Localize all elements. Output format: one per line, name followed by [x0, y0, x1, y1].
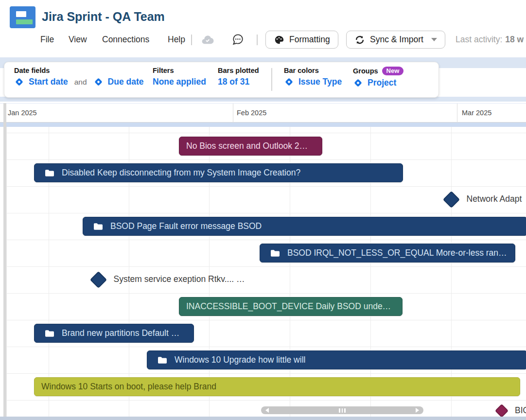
due-date-link[interactable]: Due date	[108, 77, 144, 87]
date-fields-label: Date fields	[14, 67, 144, 74]
task-bar[interactable]: Windows 10 Starts on boot, please help B…	[34, 377, 520, 396]
task-bar[interactable]: BSOD Page Fault error message BSOD	[83, 217, 526, 236]
task-bar[interactable]: INACCESSIBLE_BOOT_DEVICE Daily BSOD unde…	[179, 297, 403, 316]
groups-value[interactable]: Project	[353, 78, 403, 88]
task-bar-label: Windows 10 Starts on boot, please help B…	[41, 382, 216, 392]
task-bar[interactable]: Disabled Keep disconnecting from my Syst…	[34, 163, 403, 182]
task-bar[interactable]: No Bios screen and Outlook 2…	[179, 137, 322, 156]
grid-hline	[6, 373, 526, 374]
milestone-label: Network Adapt	[467, 194, 522, 204]
scroll-grip-icon[interactable]	[339, 408, 346, 413]
filters-value[interactable]: None applied	[153, 77, 206, 87]
milestone-label: BIO	[515, 405, 526, 416]
field-bars-plotted: Bars plotted 18 of 31	[218, 67, 259, 87]
bottom-edge-strip	[0, 417, 526, 420]
task-bar-label: BSOD IRQL_NOT_LESS_OR_EQUAL More-or-less…	[287, 248, 507, 258]
issue-type-link[interactable]: Issue Type	[298, 77, 342, 87]
grid-hline	[6, 320, 526, 320]
grid-hline	[6, 186, 526, 187]
grid-hline	[6, 159, 526, 160]
settings-divider	[271, 68, 272, 91]
field-diamond-icon	[14, 77, 24, 87]
scroll-left-arrow-icon[interactable]	[265, 408, 269, 413]
field-bar-colors: Bar colors Issue Type	[284, 67, 342, 87]
horizontal-scrollbar[interactable]	[261, 406, 423, 414]
folder-icon	[44, 329, 55, 338]
folder-icon	[44, 169, 55, 177]
project-link[interactable]: Project	[368, 78, 396, 88]
task-bar-label: INACCESSIBLE_BOOT_DEVICE Daily BSOD unde…	[186, 301, 391, 312]
grid-hline	[6, 266, 526, 267]
task-bar-label: Brand new partitions Default …	[62, 328, 179, 338]
filters-label: Filters	[153, 67, 206, 74]
groups-label: Groups	[353, 67, 378, 75]
task-bar-label: No Bios screen and Outlook 2…	[186, 141, 308, 151]
bar-colors-label: Bar colors	[284, 67, 342, 74]
grid-hline	[6, 347, 526, 347]
milestone-label: System service exeption Rtkv.... …	[114, 274, 245, 284]
app-window: Jira Sprint - QA Team File View Connecti…	[0, 0, 526, 420]
task-bar-label: Disabled Keep disconnecting from my Syst…	[62, 168, 300, 178]
grid-hline	[6, 240, 526, 240]
new-badge: New	[382, 67, 404, 75]
task-bar[interactable]: Windows 10 Upgrade how little will	[147, 350, 526, 369]
scroll-right-arrow-icon[interactable]	[416, 408, 419, 413]
field-date-fields: Date fields Start date and Due date	[14, 67, 144, 87]
folder-icon	[270, 249, 281, 258]
field-diamond-icon	[93, 77, 104, 87]
task-bar-label: BSOD Page Fault error message BSOD	[110, 221, 262, 231]
settings-card: Date fields Start date and Due date Filt…	[4, 62, 439, 98]
grid-hline	[6, 400, 526, 401]
milestone-diamond[interactable]	[495, 404, 508, 418]
milestone-diamond[interactable]	[89, 271, 106, 288]
task-bar[interactable]: Brand new partitions Default …	[34, 324, 194, 343]
bars-plotted-label: Bars plotted	[218, 67, 259, 74]
field-groups: Groups New Project	[353, 67, 403, 88]
bar-colors-value[interactable]: Issue Type	[284, 77, 342, 87]
conjunction-text: and	[74, 78, 87, 87]
grid-hline	[6, 133, 526, 133]
task-bar-label: Windows 10 Upgrade how little will	[175, 355, 305, 365]
grid-hline	[6, 213, 526, 213]
field-filters: Filters None applied	[153, 67, 206, 87]
grid-hline	[6, 293, 526, 294]
milestone-diamond[interactable]	[442, 191, 459, 208]
folder-icon	[93, 222, 104, 231]
bars-plotted-value[interactable]: 18 of 31	[218, 77, 259, 87]
task-bar[interactable]: BSOD IRQL_NOT_LESS_OR_EQUAL More-or-less…	[260, 244, 515, 262]
folder-icon	[157, 356, 168, 365]
field-diamond-icon	[284, 77, 294, 87]
date-fields-value[interactable]: Start date and Due date	[14, 77, 144, 87]
start-date-link[interactable]: Start date	[29, 77, 68, 87]
field-diamond-icon	[353, 78, 363, 88]
left-panel-edge[interactable]	[3, 103, 6, 417]
